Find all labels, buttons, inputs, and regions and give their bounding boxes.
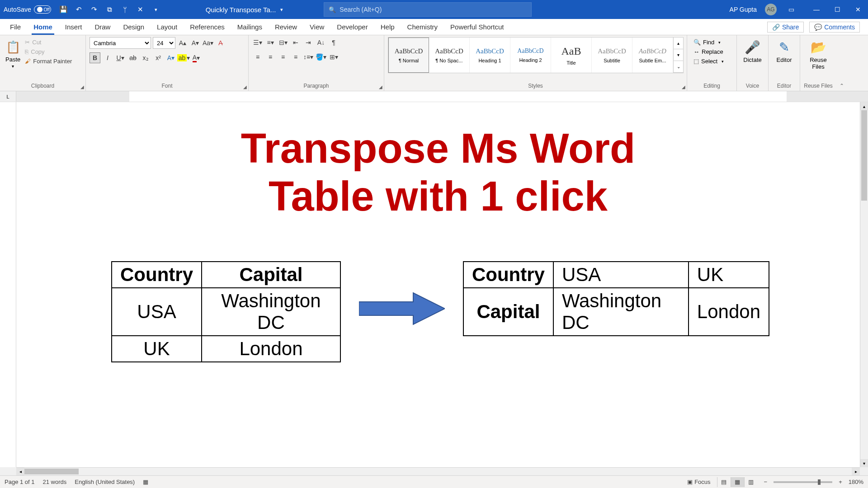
print-layout-icon[interactable]: ▦ [731,477,744,487]
tab-view[interactable]: View [303,19,330,35]
redo-icon[interactable]: ↷ [90,5,99,14]
qat-more-icon[interactable]: ▾ [151,5,160,14]
collapse-ribbon-icon[interactable]: ⌃ [840,83,844,89]
numbering-icon[interactable]: ≡▾ [265,37,276,48]
italic-button[interactable]: I [102,52,113,63]
style-nospacing[interactable]: AaBbCcD¶ No Spac... [429,38,470,73]
decrease-indent-icon[interactable]: ⇤ [290,37,301,48]
save-icon[interactable]: 💾 [59,5,68,14]
grow-font-icon[interactable]: A▴ [177,38,188,48]
paste-button[interactable]: 📋 Paste ▾ [4,37,22,70]
ruler-corner[interactable]: L [0,91,16,102]
editor-button[interactable]: ✎ Editor [772,37,796,66]
tab-insert[interactable]: Insert [59,19,89,35]
increase-indent-icon[interactable]: ⇥ [303,37,314,48]
status-language[interactable]: English (United States) [75,479,135,485]
justify-icon[interactable]: ≡ [290,52,301,62]
hscroll-track[interactable] [24,468,852,475]
font-size-select[interactable]: 24 [153,37,175,49]
search-box[interactable]: 🔍 [324,2,532,17]
tab-home[interactable]: Home [27,19,59,35]
font-color-icon[interactable]: A▾ [191,52,202,63]
shrink-font-icon[interactable]: A▾ [190,38,201,48]
styles-gallery[interactable]: AaBbCcD¶ Normal AaBbCcD¶ No Spac... AaBb… [388,37,684,73]
styles-launcher-icon[interactable]: ◢ [682,84,685,89]
style-heading2[interactable]: AaBbCcDHeading 2 [510,38,551,73]
qat-close-icon[interactable]: ✕ [136,5,145,14]
paragraph-launcher-icon[interactable]: ◢ [379,84,382,89]
zoom-thumb[interactable] [818,479,821,485]
zoom-slider[interactable] [774,481,832,483]
zoom-out-icon[interactable]: − [764,479,768,485]
sort-icon[interactable]: A↓ [316,37,326,48]
user-avatar[interactable]: AG [765,4,777,15]
clear-formatting-icon[interactable]: A̶ [215,38,226,48]
tab-draw[interactable]: Draw [88,19,117,35]
styles-scroll-up-icon[interactable]: ▴ [674,38,683,49]
underline-button[interactable]: U▾ [115,52,126,63]
zoom-level[interactable]: 180% [849,479,863,485]
zoom-in-icon[interactable]: + [839,479,842,485]
cut-button[interactable]: ✂Cut [25,39,72,46]
select-dropdown-icon[interactable]: ▾ [722,59,724,64]
maximize-icon[interactable]: ☐ [831,3,844,16]
vertical-ruler[interactable] [0,102,16,467]
bold-button[interactable]: B [90,52,100,63]
align-right-icon[interactable]: ≡ [278,52,288,62]
status-page[interactable]: Page 1 of 1 [5,479,35,485]
replace-button[interactable]: ↔Replace [693,48,730,55]
tab-design[interactable]: Design [117,19,151,35]
ribbon-display-icon[interactable]: ▭ [785,3,797,16]
select-button[interactable]: ⬚Select▾ [693,58,730,65]
reuse-files-button[interactable]: 📂 Reuse Files [804,37,833,73]
scroll-down-icon[interactable]: ▾ [860,459,868,467]
page-scroll[interactable]: Transpose Ms Word Table with 1 click Cou… [16,102,860,467]
tab-mailings[interactable]: Mailings [231,19,269,35]
style-subtle-emphasis[interactable]: AaBbCcDSubtle Em... [632,38,673,73]
tab-powerful-shortcut[interactable]: Powerful Shortcut [444,19,510,35]
align-left-icon[interactable]: ≡ [252,52,263,62]
minimize-icon[interactable]: — [810,3,823,16]
font-launcher-icon[interactable]: ◢ [243,84,247,89]
find-dropdown-icon[interactable]: ▾ [718,40,721,45]
borders-icon[interactable]: ⊞▾ [328,52,339,62]
subscript-button[interactable]: x₂ [140,52,151,63]
strikethrough-button[interactable]: ab [127,52,138,63]
align-center-icon[interactable]: ≡ [265,52,276,62]
tab-review[interactable]: Review [269,19,303,35]
search-input[interactable] [340,6,527,13]
share-button[interactable]: 🔗Share [767,22,804,33]
bullets-icon[interactable]: ☰▾ [252,37,263,48]
change-case-icon[interactable]: Aa▾ [203,38,213,48]
status-macro-icon[interactable]: ▦ [143,479,148,485]
font-name-select[interactable]: Cambria [90,37,151,49]
style-heading1[interactable]: AaBbCcDHeading 1 [470,38,510,73]
undo-icon[interactable]: ↶ [75,5,84,14]
user-name[interactable]: AP Gupta [730,6,757,13]
hscroll-thumb[interactable] [24,469,79,474]
web-layout-icon[interactable]: ▥ [744,477,758,487]
status-words[interactable]: 21 words [43,479,67,485]
horizontal-ruler[interactable] [16,91,868,102]
scroll-up-icon[interactable]: ▴ [860,102,868,110]
horizontal-scrollbar[interactable]: ◂ ▸ [16,467,860,475]
superscript-button[interactable]: x² [153,52,164,63]
style-subtitle[interactable]: AaBbCcDSubtitle [592,38,632,73]
copy-button[interactable]: ⎘Copy [25,48,72,55]
vscroll-track[interactable] [860,110,868,459]
clipboard-launcher-icon[interactable]: ◢ [80,84,84,89]
focus-mode-button[interactable]: ▣Focus [687,479,710,485]
style-normal[interactable]: AaBbCcD¶ Normal [388,38,429,73]
scroll-right-icon[interactable]: ▸ [852,468,860,475]
qat-btn5-icon[interactable]: ᛘ [121,5,130,14]
style-title[interactable]: AaBTitle [551,38,592,73]
styles-scroll-down-icon[interactable]: ▾ [674,49,683,61]
scroll-left-icon[interactable]: ◂ [16,468,24,475]
text-effects-icon[interactable]: A▾ [165,52,176,63]
multilevel-icon[interactable]: ⊟▾ [278,37,288,48]
shading-icon[interactable]: 🪣▾ [316,52,326,62]
tab-file[interactable]: File [4,19,27,35]
tab-references[interactable]: References [184,19,231,35]
comments-button[interactable]: 💬Comments [809,22,860,33]
find-button[interactable]: 🔍Find▾ [693,39,730,46]
